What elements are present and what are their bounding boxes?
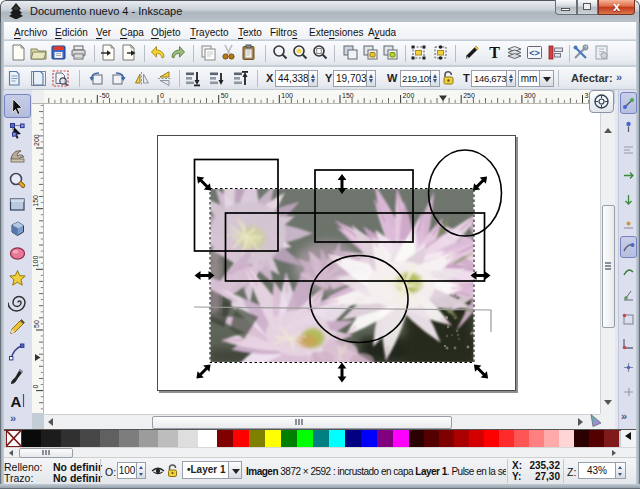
svg-text:300: 300 (524, 92, 536, 99)
svg-text:100: 100 (281, 92, 293, 99)
svg-text:-50: -50 (99, 92, 109, 99)
svg-text:150: 150 (342, 92, 354, 99)
svg-text:0: 0 (33, 385, 40, 389)
svg-text:<>: <> (529, 48, 540, 58)
svg-text:50: 50 (33, 320, 40, 328)
svg-text:50: 50 (221, 92, 229, 99)
svg-text:150: 150 (33, 195, 40, 207)
svg-text:100: 100 (33, 256, 40, 268)
svg-text:250: 250 (463, 92, 475, 99)
svg-text:T: T (489, 44, 500, 61)
svg-text:200: 200 (33, 134, 40, 146)
svg-text:0: 0 (160, 92, 164, 99)
svg-text:200: 200 (403, 92, 415, 99)
svg-text:A: A (11, 392, 22, 409)
